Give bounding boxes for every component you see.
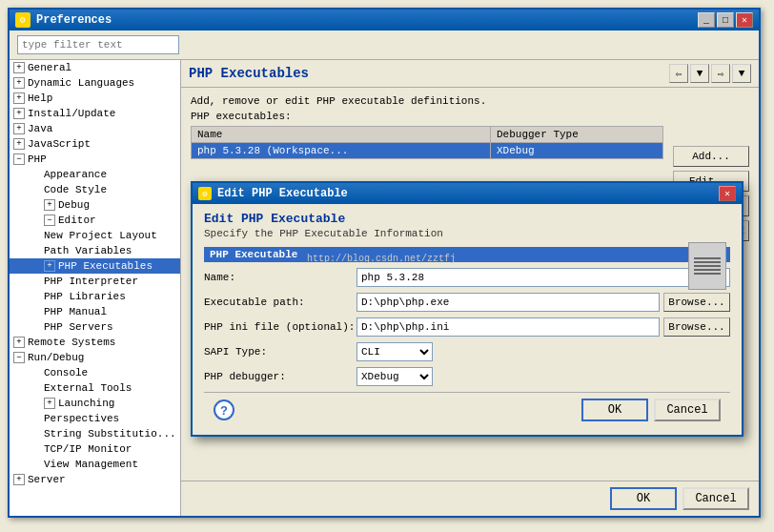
bottom-bar: OK Cancel	[181, 481, 759, 516]
sidebar-item-install-update[interactable]: + Install/Update	[10, 106, 180, 121]
close-button[interactable]: ✕	[736, 12, 753, 28]
sidebar-item-label: Help	[28, 92, 52, 104]
nav-dropdown-button[interactable]: ▼	[732, 64, 751, 83]
dialog-title-label: Edit PHP Executable	[217, 187, 348, 200]
dialog-title-icon: ⚙	[198, 187, 212, 200]
expander-icon: +	[44, 199, 55, 211]
expander-icon: +	[13, 108, 25, 119]
sapi-type-row: SAPI Type: CLI CGI FastCGI	[204, 342, 730, 361]
nav-back-button[interactable]: ⇦	[669, 64, 688, 83]
table-row[interactable]: php 5.3.28 (Workspace... XDebug	[192, 143, 663, 159]
sidebar-tree: + General + Dynamic Languages + Help + I…	[10, 60, 181, 516]
sidebar-item-tcp-ip-monitor[interactable]: TCP/IP Monitor	[10, 441, 180, 457]
php-debugger-row: PHP debugger: XDebug Zend Debugger None	[204, 367, 730, 386]
dialog-action-buttons: OK Cancel	[581, 399, 721, 421]
browse-executable-button[interactable]: Browse...	[663, 293, 730, 312]
table-cell-debugger: XDebug	[490, 143, 662, 159]
minimize-button[interactable]: _	[698, 12, 715, 28]
expander-icon: +	[44, 260, 55, 272]
watermark-text: http://blog.csdn.net/zztfj	[307, 254, 456, 264]
ok-button[interactable]: OK	[610, 487, 677, 510]
expander-icon: −	[44, 215, 55, 226]
sidebar-item-label: PHP Libraries	[44, 291, 126, 302]
title-bar: ⚙ Preferences _ □ ✕	[10, 10, 759, 31]
sidebar-item-editor[interactable]: − Editor	[10, 213, 180, 228]
sidebar-item-launching[interactable]: + Launching	[10, 396, 180, 411]
sidebar-item-label: Run/Debug	[28, 352, 84, 363]
edit-php-dialog: ⚙ Edit PHP Executable ✕ Edit PHP Executa…	[191, 181, 743, 437]
sidebar-item-label: Code Style	[44, 184, 107, 195]
php-ini-input[interactable]	[356, 317, 660, 337]
sidebar-item-php-interpreter[interactable]: PHP Interpreter	[10, 274, 180, 289]
help-button[interactable]: ?	[214, 399, 234, 420]
sidebar-item-label: Path Variables	[44, 245, 132, 256]
sidebar-item-label: PHP Servers	[44, 321, 113, 333]
sidebar-item-label: External Tools	[44, 382, 132, 394]
browse-ini-button[interactable]: Browse...	[663, 317, 730, 337]
sidebar-item-java[interactable]: + Java	[10, 121, 180, 136]
sidebar-item-remote-systems[interactable]: + Remote Systems	[10, 335, 180, 350]
expander-icon: +	[44, 398, 55, 409]
sidebar-item-string-substitution[interactable]: String Substitutio...	[10, 426, 180, 441]
dialog-cancel-button[interactable]: Cancel	[654, 399, 721, 421]
nav-forward-button[interactable]: ⇨	[711, 64, 730, 83]
sidebar-item-external-tools[interactable]: External Tools	[10, 380, 180, 396]
executable-path-input[interactable]	[356, 293, 660, 312]
sidebar-item-path-variables[interactable]: Path Variables	[10, 243, 180, 258]
expander-icon: +	[13, 138, 25, 150]
filter-input[interactable]	[17, 35, 179, 54]
name-input[interactable]	[356, 268, 730, 287]
sidebar-item-general[interactable]: + General	[10, 60, 180, 75]
sidebar-item-perspectives[interactable]: Perspectives	[10, 411, 180, 426]
section-header: PHP Executable	[204, 247, 730, 262]
dialog-close-button[interactable]: ✕	[719, 186, 736, 201]
dialog-ok-button[interactable]: OK	[581, 399, 648, 421]
sidebar-item-label: String Substitutio...	[44, 428, 176, 440]
sidebar-item-label: Java	[28, 123, 52, 134]
sidebar-item-debug[interactable]: + Debug	[10, 197, 180, 213]
title-bar-icon: ⚙	[15, 12, 31, 28]
dialog-body: Edit PHP Executable Specify the PHP Exec…	[193, 204, 742, 435]
sidebar-item-code-style[interactable]: Code Style	[10, 182, 180, 197]
php-debugger-select[interactable]: XDebug Zend Debugger None	[356, 367, 433, 386]
sidebar-item-php-executables[interactable]: + PHP Executables	[10, 258, 180, 274]
sidebar-item-php-manual[interactable]: PHP Manual	[10, 304, 180, 319]
sidebar-item-label: PHP Executables	[58, 260, 153, 272]
add-button[interactable]: Add...	[673, 146, 749, 167]
sidebar-item-view-management[interactable]: View Management	[10, 457, 180, 472]
logo-line	[694, 269, 721, 271]
sidebar-item-label: New Project Layout	[44, 230, 157, 241]
sidebar-item-label: PHP	[28, 153, 47, 165]
sidebar-item-help[interactable]: + Help	[10, 91, 180, 106]
content-description: Add, remove or edit PHP executable defin…	[191, 95, 749, 107]
php-debugger-label: PHP debugger:	[204, 371, 356, 382]
cancel-button[interactable]: Cancel	[682, 487, 749, 510]
sidebar-item-label: PHP Interpreter	[44, 276, 138, 287]
sidebar-item-php-libraries[interactable]: PHP Libraries	[10, 289, 180, 304]
table-header-name: Name	[192, 127, 491, 143]
sidebar-item-server[interactable]: + Server	[10, 472, 180, 487]
sidebar-item-php-servers[interactable]: PHP Servers	[10, 319, 180, 335]
sidebar-item-php[interactable]: − PHP	[10, 152, 180, 167]
expander-icon: +	[13, 474, 25, 485]
sidebar-item-appearance[interactable]: Appearance	[10, 167, 180, 182]
sidebar-item-label: TCP/IP Monitor	[44, 443, 132, 455]
logo-line	[694, 257, 721, 259]
logo-lines	[694, 257, 721, 275]
logo-line	[694, 265, 721, 267]
sidebar-item-console[interactable]: Console	[10, 365, 180, 380]
sidebar-item-new-project-layout[interactable]: New Project Layout	[10, 228, 180, 243]
logo-line	[694, 261, 721, 263]
nav-menu-button[interactable]: ▼	[690, 64, 709, 83]
maximize-button[interactable]: □	[717, 12, 734, 28]
filter-row	[10, 31, 759, 60]
sidebar-item-javascript[interactable]: + JavaScript	[10, 136, 180, 152]
sidebar-item-label: PHP Manual	[44, 306, 107, 317]
sidebar-item-label: Dynamic Languages	[28, 77, 134, 89]
sidebar-item-run-debug[interactable]: − Run/Debug	[10, 350, 180, 365]
sapi-type-label: SAPI Type:	[204, 346, 356, 358]
sidebar-item-dynamic-languages[interactable]: + Dynamic Languages	[10, 75, 180, 91]
sidebar-item-label: Appearance	[44, 169, 107, 180]
sapi-type-select[interactable]: CLI CGI FastCGI	[356, 342, 433, 361]
expander-icon: +	[13, 62, 25, 73]
